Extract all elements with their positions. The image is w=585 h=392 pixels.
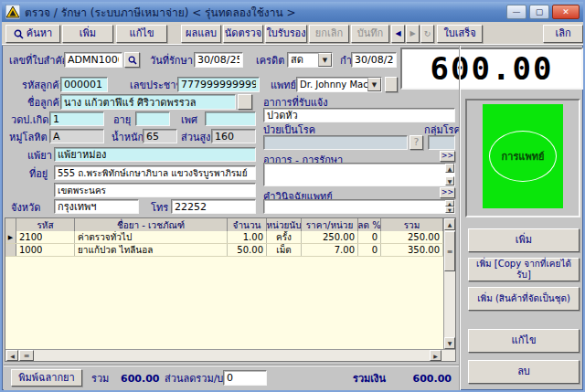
nav-prev-button[interactable]: ◀	[391, 25, 405, 43]
nav-next-button: ▶	[406, 25, 420, 43]
certificate-button[interactable]: ใบรับรอง	[265, 25, 307, 43]
allergy-input[interactable]	[54, 147, 256, 162]
chevron-down-icon[interactable]: ▼	[318, 53, 332, 67]
scroll-right-button[interactable]: ▶	[430, 350, 441, 361]
logo-panel: การแพทย์	[465, 99, 580, 217]
add-button[interactable]: เพิ่ม	[62, 25, 113, 43]
sum-label: รวม	[91, 373, 109, 385]
credit-label: เครดิต	[256, 55, 284, 67]
table-vscrollbar[interactable]: ▲ ≡ ▼	[443, 218, 455, 349]
scroll-left-button[interactable]: ◀	[6, 350, 18, 361]
grand-total-display: 600.00	[400, 48, 583, 90]
total-value: 600.00	[404, 373, 452, 385]
header-price[interactable]: ราคา/หน่วย	[302, 218, 358, 231]
cell-name: ยาแก้ปวด ไทลีนอล	[75, 244, 228, 256]
diagnosis-scroll-up[interactable]: ▲	[445, 200, 454, 207]
credit-select[interactable]: สด ▼	[287, 52, 333, 68]
blood-group-label: หมู่โลหิต	[9, 132, 48, 143]
discount-input[interactable]	[223, 370, 267, 386]
header-name[interactable]: ชื่อยา - เวชภัณฑ์	[75, 218, 228, 231]
item-add-set-button[interactable]: เพิ่ม (สินค้าที่จัดเป็นชุด)	[468, 287, 580, 311]
treatment-expand-button[interactable]: >>	[440, 151, 455, 162]
scroll-up-button[interactable]: ▲	[444, 218, 455, 230]
blood-group-input[interactable]	[49, 129, 104, 143]
app-icon	[5, 5, 20, 19]
sex-input[interactable]	[205, 111, 256, 126]
header-qty[interactable]: จำนวน	[228, 218, 267, 231]
diagnosis-expand-button[interactable]: >>	[440, 187, 455, 198]
doctor-label: แพทย์	[271, 79, 296, 91]
doctor-select[interactable]: Dr. Johnny Macto ▼	[296, 77, 382, 92]
header-code[interactable]: รหัส	[16, 218, 75, 231]
items-table-header: รหัส ชื่อยา - เวชภัณฑ์ จำนวน หน่วยนับ รา…	[5, 218, 443, 231]
header-gutter	[5, 218, 16, 231]
treatment-scroll-down[interactable]: ▼	[445, 176, 454, 185]
item-add-copy-button[interactable]: เพิ่ม [Copy จากที่เคยได้รับ]	[468, 258, 580, 281]
weight-input[interactable]	[143, 129, 177, 143]
find-button[interactable]: ค้นหา	[5, 25, 60, 43]
address-line2-input[interactable]	[54, 183, 256, 197]
province-label: จังหวัด	[11, 202, 40, 214]
address-line1-input[interactable]	[54, 165, 256, 180]
due-date-input[interactable]	[351, 52, 397, 68]
disease-lookup-button: ?	[410, 135, 423, 150]
edit-button[interactable]: แก้ไข	[116, 25, 167, 43]
scroll-down-button[interactable]: ▼	[444, 337, 455, 349]
total-label: รวมเงิน	[353, 373, 386, 385]
exit-button[interactable]: เลิก	[543, 25, 583, 43]
diagnosis-textarea[interactable]	[263, 199, 455, 214]
phone-input[interactable]	[171, 199, 256, 214]
receipt-button[interactable]: ใบเสร็จ	[437, 25, 483, 43]
item-edit-button[interactable]: แก้ไข	[468, 329, 580, 353]
lab-result-button[interactable]: ผลแลบ	[181, 25, 221, 43]
logo-text: การแพทย์	[502, 148, 545, 164]
cell-name: ค่าตรวจทั่วไป	[75, 231, 228, 243]
print-medicine-label-button[interactable]: พิมพ์ฉลากยา	[11, 369, 82, 387]
cell-code: 2100	[16, 231, 75, 243]
header-total[interactable]: รวม	[381, 218, 443, 231]
customer-code-input[interactable]	[60, 77, 108, 92]
table-row[interactable]: 1000 ยาแก้ปวด ไทลีนอล 50.00 เม็ด 7.00 0 …	[5, 244, 443, 257]
symptom-input[interactable]	[263, 108, 455, 122]
close-button[interactable]: ✕	[552, 5, 580, 19]
phone-label: โทร	[151, 202, 168, 214]
doc-no-input[interactable]	[64, 52, 122, 68]
maximize-button[interactable]: ▢	[529, 5, 549, 19]
allergy-label: แพ้ยา	[27, 150, 52, 162]
table-hscrollbar[interactable]: ◀ ≡ ▶	[5, 349, 455, 361]
sex-label: เพศ	[181, 114, 197, 126]
chevron-down-icon[interactable]: ▼	[367, 78, 381, 91]
customer-name-more-button	[238, 94, 252, 110]
doc-no-label: เลขที่ใบสำคัญ	[9, 55, 70, 67]
height-input[interactable]	[211, 129, 256, 143]
table-row[interactable]: ▶ 2100 ค่าตรวจทั่วไป 1.00 ครั้ง 250.00 0…	[5, 231, 443, 244]
birth-date-input[interactable]	[49, 111, 104, 126]
province-input[interactable]	[54, 199, 139, 214]
treatment-scroll-up[interactable]: ▲	[445, 164, 454, 173]
treatment-textarea[interactable]	[263, 163, 455, 186]
cell-price: 250.00	[302, 231, 358, 243]
header-unit[interactable]: หน่วยนับ	[267, 218, 302, 231]
disease-input[interactable]	[263, 135, 408, 150]
vscroll-thumb[interactable]: ≡	[444, 231, 455, 271]
item-add-button[interactable]: เพิ่ม	[468, 228, 580, 252]
row-gutter	[5, 244, 16, 256]
clinic-logo: การแพทย์	[483, 104, 563, 208]
item-delete-button[interactable]: ลบ	[468, 360, 580, 384]
minimize-button[interactable]: —	[506, 5, 526, 19]
hscroll-thumb[interactable]: ≡	[19, 350, 34, 361]
treat-date-input[interactable]	[194, 52, 243, 68]
disease-group-input[interactable]	[428, 135, 455, 150]
search-icon	[14, 29, 24, 39]
cell-code: 1000	[16, 244, 75, 256]
diagnosis-scroll-down[interactable]: ▼	[445, 207, 454, 213]
age-input[interactable]	[135, 111, 170, 126]
customer-name-input[interactable]	[60, 94, 236, 110]
cell-unit: ครั้ง	[267, 231, 302, 243]
doc-no-search-button[interactable]	[124, 52, 140, 68]
header-discount[interactable]: ลด %	[358, 218, 381, 231]
customer-name-label: ชื่อลูกค้า	[27, 97, 65, 109]
appointment-button[interactable]: นัดตรวจ	[223, 25, 263, 43]
citizen-id-input[interactable]	[177, 77, 260, 92]
items-table: รหัส ชื่อยา - เวชภัณฑ์ จำนวน หน่วยนับ รา…	[5, 217, 456, 362]
